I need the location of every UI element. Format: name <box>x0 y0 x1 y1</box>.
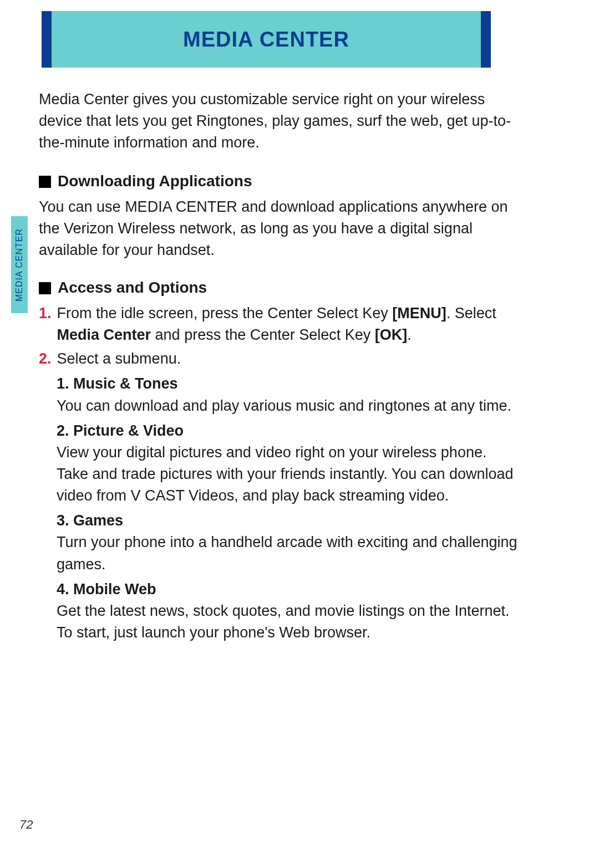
submenu-body: Turn your phone into a handheld arcade w… <box>57 532 520 575</box>
step-text: . Select <box>446 305 496 321</box>
step-body: From the idle screen, press the Center S… <box>57 303 520 346</box>
submenu-body: View your digital pictures and video rig… <box>57 442 520 507</box>
step-key-ok: [OK] <box>375 326 407 343</box>
step-body: Select a submenu. <box>57 348 520 370</box>
intro-paragraph: Media Center gives you customizable serv… <box>39 89 520 154</box>
step-text: and press the Center Select Key <box>151 326 375 343</box>
submenu-title: 1. Music & Tones <box>57 373 520 395</box>
page-title: MEDIA CENTER <box>42 11 491 68</box>
submenu-body: You can download and play various music … <box>57 395 520 417</box>
step-key-menu: [MENU] <box>392 305 446 321</box>
side-tab-label: MEDIA CENTER <box>11 216 28 313</box>
step-key-media-center: Media Center <box>57 326 151 343</box>
submenu-title: 4. Mobile Web <box>57 579 520 600</box>
step-text: . <box>407 326 412 343</box>
submenu-title: 2. Picture & Video <box>57 420 520 442</box>
section-downloading: Downloading Applications You can use MED… <box>39 170 520 261</box>
step-2: 2. Select a submenu. <box>39 348 520 370</box>
section-title: Access and Options <box>58 277 207 299</box>
section-heading: Downloading Applications <box>39 170 520 193</box>
square-bullet-icon <box>39 282 51 294</box>
step-text: From the idle screen, press the Center S… <box>57 305 393 321</box>
step-number: 2. <box>39 348 52 370</box>
section-heading: Access and Options <box>39 277 520 299</box>
section-title: Downloading Applications <box>58 170 252 193</box>
section-body: You can use MEDIA CENTER and download ap… <box>39 196 520 261</box>
content: Media Center gives you customizable serv… <box>39 89 520 646</box>
page: MEDIA CENTER MEDIA CENTER Media Center g… <box>0 0 599 868</box>
submenu-list: 1. Music & Tones You can download and pl… <box>57 373 520 644</box>
step-number: 1. <box>39 303 52 346</box>
square-bullet-icon <box>39 176 51 188</box>
submenu-title: 3. Games <box>57 510 520 532</box>
step-1: 1. From the idle screen, press the Cente… <box>39 303 520 346</box>
page-number: 72 <box>19 818 33 832</box>
submenu-body: Get the latest news, stock quotes, and m… <box>57 600 520 644</box>
section-access: Access and Options 1. From the idle scre… <box>39 277 520 644</box>
